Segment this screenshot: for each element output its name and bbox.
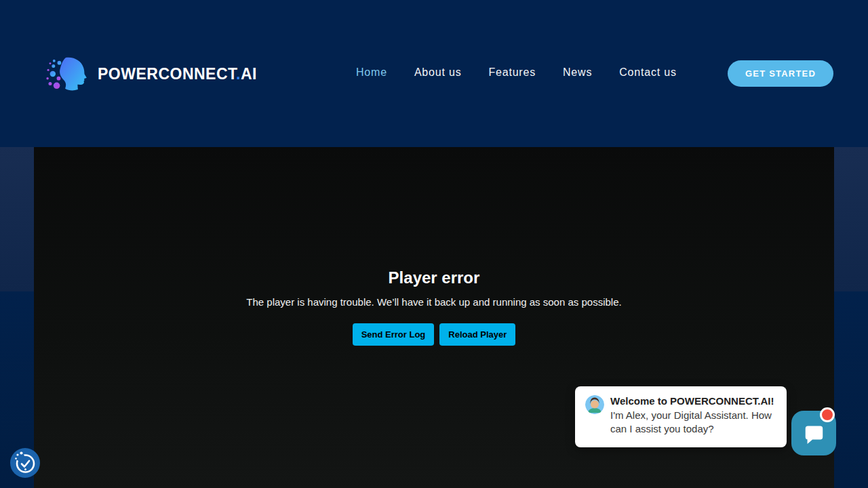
cookie-consent-icon [10,448,40,478]
chat-welcome-popup[interactable]: Welcome to POWERCONNECT.AI! I'm Alex, yo… [575,386,787,447]
brand-name: POWERCONNECT.AI [98,65,257,83]
send-error-log-button[interactable]: Send Error Log [353,323,435,346]
player-error-title: Player error [34,268,834,287]
main-navigation: Home About us Features News Contact us [356,66,677,79]
nav-item-features[interactable]: Features [488,66,536,79]
speech-bubble-icon [802,422,825,445]
nav-item-contact-us[interactable]: Contact us [619,66,676,79]
assistant-avatar [585,395,604,414]
nav-item-about-us[interactable]: About us [414,66,462,79]
chat-popup-title: Welcome to POWERCONNECT.AI! [610,395,777,407]
brand-logo[interactable]: POWERCONNECT.AI [44,57,257,91]
player-error-panel: Player error The player is having troubl… [34,268,834,346]
chat-popup-message: I'm Alex, your Digital Assistant. How ca… [610,409,777,436]
chat-popup-texts: Welcome to POWERCONNECT.AI! I'm Alex, yo… [610,395,777,439]
reload-player-button[interactable]: Reload Player [439,323,515,346]
get-started-button[interactable]: GET STARTED [728,60,833,87]
notification-dot [820,407,835,422]
brand-dot: . [236,65,241,83]
player-error-message: The player is having trouble. We’ll have… [34,296,834,308]
nav-item-home[interactable]: Home [356,66,387,79]
nav-item-news[interactable]: News [563,66,592,79]
player-error-actions: Send Error Log Reload Player [34,323,834,346]
ai-head-logo-icon [44,57,89,91]
cookie-consent-button[interactable] [10,448,40,478]
